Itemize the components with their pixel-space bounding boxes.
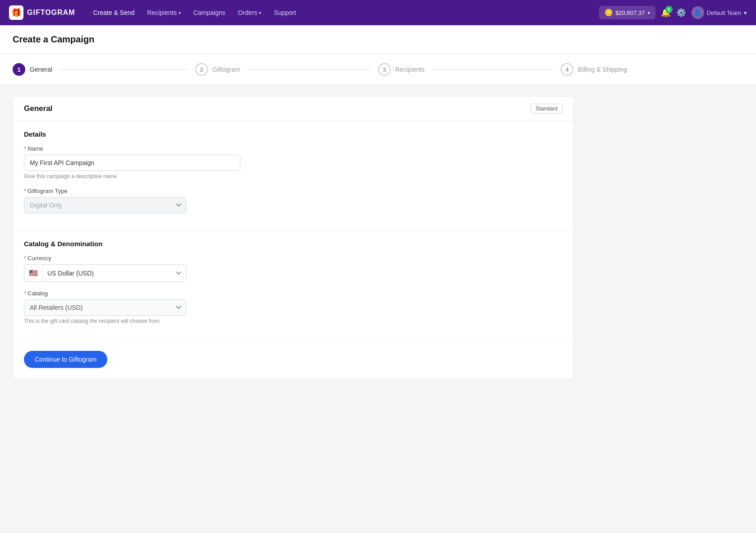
step-4-label: Billing & Shipping <box>578 66 627 73</box>
balance-button[interactable]: 🪙 $20,607.37 ▾ <box>599 6 655 19</box>
step-2-label: Giftogram <box>212 66 240 73</box>
required-star: * <box>24 188 26 194</box>
step-2-circle: 2 <box>195 63 208 76</box>
chevron-down-icon: ▾ <box>259 10 261 15</box>
currency-label: * Currency <box>24 255 562 262</box>
nav-right: 🪙 $20,607.37 ▾ 🔔 6 ⚙️ 👤 Default Team ▾ <box>599 6 747 19</box>
campaign-name-input[interactable] <box>24 155 240 171</box>
brand-name: GIFTOGRAM <box>27 9 75 17</box>
giftogram-type-group: * Giftogram Type Digital Only <box>24 188 562 213</box>
catalog-label: * Catalog <box>24 290 562 297</box>
step-4: 4 Billing & Shipping <box>561 63 743 76</box>
wallet-icon: 🪙 <box>604 9 613 17</box>
step-3: 3 Recipients <box>378 63 561 76</box>
nav-support[interactable]: Support <box>268 5 301 20</box>
nav-orders[interactable]: Orders ▾ <box>233 5 267 20</box>
step-3-circle: 3 <box>378 63 391 76</box>
step-3-indicator: 3 Recipients <box>378 63 424 76</box>
currency-select-wrapper: 🇺🇸 US Dollar (USD) <box>24 264 186 282</box>
general-card: General Standard Details * Name Give thi… <box>13 96 574 379</box>
settings-button[interactable]: ⚙️ <box>676 8 686 18</box>
step-1: 1 General <box>13 63 195 76</box>
nav-links: Create & Send Recipients ▾ Campaigns Ord… <box>88 5 599 20</box>
step-4-indicator: 4 Billing & Shipping <box>561 63 627 76</box>
catalog-select[interactable]: All Retailers (USD) <box>24 299 186 316</box>
nav-recipients[interactable]: Recipients ▾ <box>142 5 186 20</box>
details-section-title: Details <box>24 130 562 138</box>
name-field-group: * Name Give this campaign a descriptive … <box>24 145 562 179</box>
step-1-label: General <box>30 66 52 73</box>
chevron-down-icon: ▾ <box>744 9 747 16</box>
step-4-circle: 4 <box>561 63 573 76</box>
giftogram-type-label: * Giftogram Type <box>24 188 562 194</box>
nav-create-send[interactable]: Create & Send <box>88 5 140 20</box>
nav-campaigns[interactable]: Campaigns <box>188 5 231 20</box>
brand-icon: 🎁 <box>9 5 23 20</box>
required-star: * <box>24 145 26 152</box>
step-2-indicator: 2 Giftogram <box>195 63 240 76</box>
step-1-indicator: 1 General <box>13 63 52 76</box>
name-label: * Name <box>24 145 562 152</box>
chevron-down-icon: ▾ <box>648 10 650 15</box>
currency-field-group: * Currency 🇺🇸 US Dollar (USD) <box>24 255 562 282</box>
stepper: 1 General 2 Giftogram 3 Recipients <box>13 54 743 85</box>
continue-button[interactable]: Continue to Giftogram <box>24 351 107 368</box>
notifications-button[interactable]: 🔔 6 <box>661 8 671 18</box>
stepper-container: 1 General 2 Giftogram 3 Recipients <box>0 54 756 85</box>
step-line-2 <box>247 69 371 70</box>
card-header: General Standard <box>13 96 573 121</box>
catalog-hint: This is the gift card catalog the recipi… <box>24 318 562 324</box>
details-section: Details * Name Give this campaign a desc… <box>13 121 573 231</box>
card-title: General <box>24 104 52 113</box>
giftogram-type-select[interactable]: Digital Only <box>24 197 186 213</box>
step-line-1 <box>60 69 188 70</box>
catalog-section-title: Catalog & Denomination <box>24 240 562 248</box>
gear-icon: ⚙️ <box>676 8 686 18</box>
chevron-down-icon: ▾ <box>179 10 181 15</box>
team-selector[interactable]: 👤 Default Team ▾ <box>691 6 747 19</box>
step-line-3 <box>432 69 553 70</box>
catalog-section: Catalog & Denomination * Currency 🇺🇸 US … <box>13 231 573 342</box>
page-header: Create a Campaign <box>0 25 756 54</box>
required-star: * <box>24 290 26 297</box>
team-name: Default Team <box>707 9 741 16</box>
avatar: 👤 <box>691 6 704 19</box>
standard-badge: Standard <box>530 104 562 114</box>
required-star: * <box>24 255 26 262</box>
currency-select[interactable]: US Dollar (USD) <box>43 266 186 281</box>
brand-logo[interactable]: 🎁 GIFTOGRAM <box>9 5 75 20</box>
catalog-field-group: * Catalog All Retailers (USD) This is th… <box>24 290 562 324</box>
name-hint: Give this campaign a descriptive name <box>24 173 562 179</box>
currency-flag: 🇺🇸 <box>24 265 43 281</box>
step-3-label: Recipients <box>395 66 424 73</box>
main-content: General Standard Details * Name Give thi… <box>0 85 586 390</box>
card-footer: Continue to Giftogram <box>13 342 573 379</box>
step-1-circle: 1 <box>13 63 25 76</box>
page-title: Create a Campaign <box>13 34 743 45</box>
notification-badge: 6 <box>665 6 673 13</box>
navbar: 🎁 GIFTOGRAM Create & Send Recipients ▾ C… <box>0 0 756 25</box>
step-2: 2 Giftogram <box>195 63 378 76</box>
balance-amount: $20,607.37 <box>616 9 645 16</box>
